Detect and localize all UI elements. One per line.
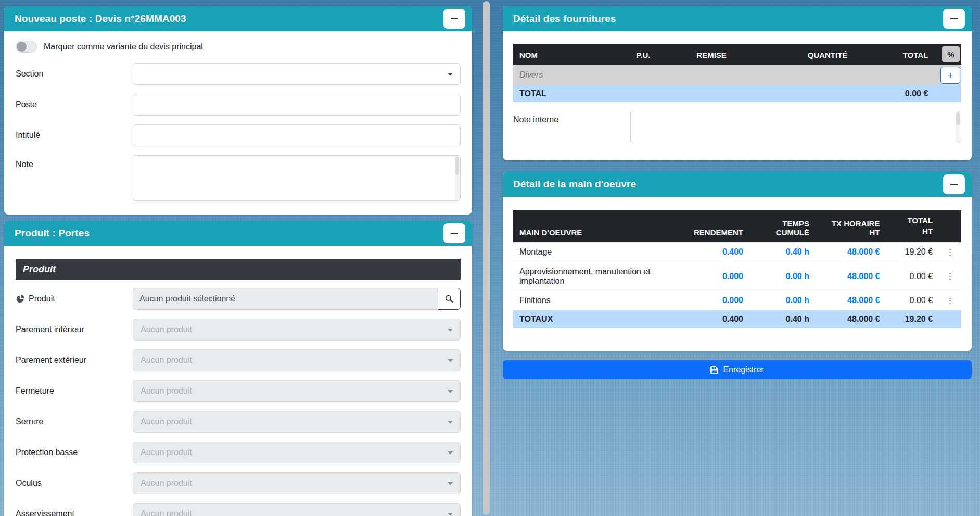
field-row-parement-exterieur: Parement extérieur Aucun produit [16, 349, 461, 371]
produit-input-group: Aucun produit sélectionné [133, 288, 461, 310]
select-placeholder: Aucun produit [141, 325, 192, 334]
mo-name: Montage [513, 242, 688, 262]
asservissement-label: Asservissement [16, 509, 133, 516]
temps-value-link[interactable]: 0.40 h [786, 247, 809, 256]
section-select[interactable] [133, 63, 461, 85]
row-menu-kebab-icon[interactable]: ⋮ [939, 262, 961, 291]
produit-selected-value: Aucun produit sélectionné [133, 288, 438, 310]
serrure-select[interactable]: Aucun produit [133, 411, 461, 433]
note-interne-wrap [630, 111, 961, 143]
mo-total: 0.00 € [886, 262, 939, 291]
intitule-input[interactable] [133, 124, 461, 146]
intitule-label: Intitulé [16, 131, 133, 140]
collapse-button[interactable] [943, 9, 965, 29]
row-menu-kebab-icon[interactable]: ⋮ [939, 242, 961, 262]
poste-label: Poste [16, 100, 133, 109]
taux-value-link[interactable]: 48.000 € [847, 247, 880, 256]
select-placeholder: Aucun produit [141, 356, 192, 365]
col-actions: % [934, 44, 961, 65]
chevron-down-icon [448, 329, 453, 332]
asservissement-select[interactable]: Aucun produit [133, 503, 461, 516]
variant-toggle-row: Marquer comme variante du devis principa… [16, 41, 461, 53]
oculus-select[interactable]: Aucun produit [133, 472, 461, 494]
mo-header-row: MAIN D'OEUVRE RENDEMENT TEMPS CUMULÉ TX … [513, 210, 961, 242]
percent-button[interactable]: % [942, 46, 960, 62]
field-row-parement-interieur: Parement intérieur Aucun produit [16, 319, 461, 341]
col-tx-horaire: TX HORAIRE HT [816, 210, 886, 242]
parement-interieur-select[interactable]: Aucun produit [133, 319, 461, 341]
save-button[interactable]: Enregistrer [503, 360, 972, 379]
vertical-scrollbar[interactable] [483, 1, 490, 515]
panel-nouveau-poste-body: Marquer comme variante du devis principa… [4, 31, 472, 201]
variant-toggle-label: Marquer comme variante du devis principa… [44, 42, 203, 52]
totaux-label: TOTAUX [513, 310, 688, 328]
col-total-ht-line1: TOTAL [907, 216, 933, 225]
fournitures-total-row: TOTAL 0.00 € [513, 85, 961, 102]
note-interne-row: Note interne [513, 111, 961, 143]
note-label: Note [16, 155, 133, 169]
collapse-button[interactable] [443, 223, 465, 243]
collapse-button[interactable] [443, 9, 465, 29]
mo-row-approvisionnement: Approvisionnement, manutention et implan… [513, 262, 961, 291]
fermeture-select[interactable]: Aucun produit [133, 380, 461, 402]
temps-value-link[interactable]: 0.00 h [786, 272, 809, 281]
taux-value-link[interactable]: 48.000 € [847, 272, 880, 281]
field-row-serrure: Serrure Aucun produit [16, 411, 461, 433]
taux-value-link[interactable]: 48.000 € [847, 296, 880, 305]
chevron-down-icon [448, 390, 453, 393]
search-icon [445, 295, 453, 303]
select-placeholder: Aucun produit [141, 479, 192, 488]
field-row-intitule: Intitulé [16, 124, 461, 146]
add-line-button[interactable]: + [940, 67, 960, 84]
produit-section-bar: Produit [16, 259, 461, 280]
minimize-icon [950, 18, 958, 19]
textarea-scrollbar[interactable] [455, 156, 460, 200]
note-interne-textarea[interactable] [631, 111, 961, 143]
totaux-rendement: 0.400 [688, 310, 749, 328]
select-placeholder: Aucun produit [141, 509, 192, 516]
panel-nouveau-poste: Nouveau poste : Devis n°26MMA003 Marquer… [4, 6, 472, 215]
chevron-down-icon [448, 73, 453, 76]
mo-name: Finitions [513, 291, 688, 310]
collapse-button[interactable] [943, 174, 965, 194]
panel-title: Détail des fournitures [513, 13, 616, 24]
parement-exterieur-select[interactable]: Aucun produit [133, 349, 461, 371]
textarea-scrollbar[interactable] [956, 112, 960, 142]
panel-main-oeuvre-header: Détail de la main d'oeuvre [503, 172, 972, 197]
totaux-empty-cell [939, 310, 961, 328]
temps-value-link[interactable]: 0.00 h [786, 296, 809, 305]
panel-nouveau-poste-header: Nouveau poste : Devis n°26MMA003 [4, 6, 472, 31]
field-row-section: Section [16, 63, 461, 85]
parement-exterieur-label: Parement extérieur [16, 356, 133, 365]
rendement-value-link[interactable]: 0.000 [722, 296, 743, 305]
produit-search-button[interactable] [438, 288, 461, 310]
produit-label-wrap: Produit [16, 294, 133, 304]
panel-fournitures-body: NOM P.U. REMISE QUANTITÉ TOTAL % Divers … [503, 31, 972, 154]
panel-main-oeuvre-body: MAIN D'OEUVRE RENDEMENT TEMPS CUMULÉ TX … [503, 197, 972, 338]
protection-basse-select[interactable]: Aucun produit [133, 442, 461, 463]
mo-row-finitions: Finitions 0.000 0.00 h 48.000 € 0.00 € ⋮ [513, 291, 961, 310]
field-row-produit: Produit Aucun produit sélectionné [16, 288, 461, 310]
poste-input[interactable] [133, 94, 461, 116]
mo-total: 19.20 € [886, 242, 939, 262]
chevron-down-icon [448, 451, 453, 455]
mo-name: Approvisionnement, manutention et implan… [513, 262, 688, 291]
col-rendement: RENDEMENT [688, 210, 749, 242]
note-textarea[interactable] [133, 156, 460, 200]
total-empty-cell [934, 85, 961, 102]
rendement-value-link[interactable]: 0.000 [722, 272, 743, 281]
fournitures-header-row: NOM P.U. REMISE QUANTITÉ TOTAL % [513, 44, 961, 65]
mo-row-montage: Montage 0.400 0.40 h 48.000 € 19.20 € ⋮ [513, 242, 961, 262]
col-main-oeuvre: MAIN D'OEUVRE [513, 210, 688, 242]
save-button-label: Enregistrer [723, 365, 763, 374]
section-label: Section [16, 69, 133, 79]
row-menu-kebab-icon[interactable]: ⋮ [939, 291, 961, 310]
variant-toggle[interactable] [16, 41, 37, 53]
rendement-value-link[interactable]: 0.400 [722, 247, 743, 256]
panel-title: Nouveau poste : Devis n°26MMA003 [15, 13, 186, 24]
panel-main-oeuvre: Détail de la main d'oeuvre MAIN D'OEUVRE… [503, 172, 972, 351]
mo-totals-row: TOTAUX 0.400 0.40 h 48.000 € 19.20 € [513, 310, 961, 328]
group-cell: Divers [513, 65, 934, 85]
chevron-down-icon [448, 359, 453, 362]
minimize-icon [451, 233, 458, 234]
